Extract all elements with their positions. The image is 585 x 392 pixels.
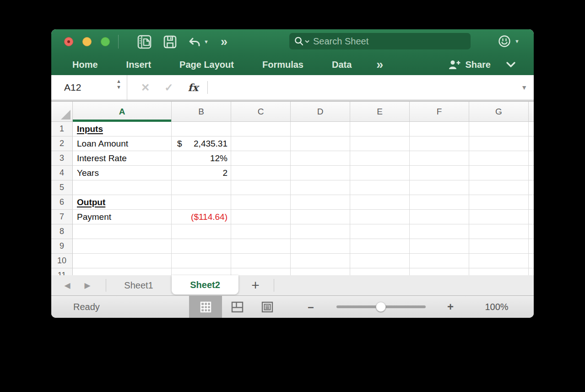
cell-A6[interactable]: Output bbox=[73, 195, 172, 210]
new-workbook-button[interactable] bbox=[137, 35, 152, 49]
cell-C6[interactable] bbox=[231, 195, 291, 210]
ribbon-tab-insert[interactable]: Insert bbox=[126, 60, 151, 70]
cell-C9[interactable] bbox=[231, 239, 291, 254]
zoom-window-button[interactable] bbox=[101, 37, 110, 46]
undo-dropdown-icon[interactable]: ▼ bbox=[204, 39, 209, 44]
cell-E1[interactable] bbox=[350, 122, 410, 136]
zoom-out-button[interactable]: – bbox=[304, 296, 318, 318]
cell-C7[interactable] bbox=[231, 210, 291, 224]
cell-C5[interactable] bbox=[231, 180, 291, 195]
zoom-in-button[interactable]: + bbox=[444, 296, 457, 318]
cell-E9[interactable] bbox=[350, 239, 410, 254]
cell-A2[interactable]: Loan Amount bbox=[73, 136, 172, 151]
row-header-4[interactable]: 4 bbox=[51, 166, 73, 180]
add-sheet-button[interactable]: + bbox=[243, 275, 268, 295]
cell-A11[interactable] bbox=[73, 268, 172, 275]
cell-A9[interactable] bbox=[73, 239, 172, 254]
cell-D6[interactable] bbox=[291, 195, 350, 210]
cell-B6[interactable] bbox=[172, 195, 231, 210]
cell-A10[interactable] bbox=[73, 254, 172, 268]
cell-B10[interactable] bbox=[172, 254, 231, 268]
cancel-entry-button[interactable]: ✕ bbox=[141, 82, 150, 94]
cell-A5[interactable] bbox=[73, 180, 172, 195]
name-box[interactable]: A12 ▲ ▼ bbox=[51, 75, 127, 100]
zoom-slider-thumb[interactable] bbox=[376, 302, 386, 312]
cell-F3[interactable] bbox=[410, 151, 469, 166]
zoom-slider[interactable] bbox=[336, 305, 426, 308]
cell-G2[interactable] bbox=[469, 136, 529, 151]
cell-G9[interactable] bbox=[469, 239, 529, 254]
sheet-tab-sheet2[interactable]: Sheet2 bbox=[172, 275, 238, 294]
cell-C1[interactable] bbox=[231, 122, 291, 136]
cell-G3[interactable] bbox=[469, 151, 529, 166]
cell-F11[interactable] bbox=[410, 268, 469, 275]
cell-D9[interactable] bbox=[291, 239, 350, 254]
ribbon-collapse-button[interactable] bbox=[506, 62, 515, 67]
sheet-tab-sheet1[interactable]: Sheet1 bbox=[106, 275, 172, 295]
cell-B11[interactable] bbox=[172, 268, 231, 275]
cell-B4[interactable]: 2 bbox=[172, 166, 231, 180]
column-header-e[interactable]: E bbox=[350, 102, 410, 122]
column-header-d[interactable]: D bbox=[291, 102, 350, 122]
cell-C10[interactable] bbox=[231, 254, 291, 268]
cell-E4[interactable] bbox=[350, 166, 410, 180]
cell-C4[interactable] bbox=[231, 166, 291, 180]
cell-D11[interactable] bbox=[291, 268, 350, 275]
name-box-stepper[interactable]: ▲ ▼ bbox=[116, 79, 121, 91]
formula-bar-expand-button[interactable]: ▼ bbox=[521, 84, 527, 91]
minimize-button[interactable] bbox=[82, 37, 92, 46]
cell-E2[interactable] bbox=[350, 136, 410, 151]
cell-B2[interactable]: $2,435.31 bbox=[172, 136, 231, 151]
ribbon-more-tabs-button[interactable]: » bbox=[376, 59, 382, 71]
cell-E7[interactable] bbox=[350, 210, 410, 224]
cell-E3[interactable] bbox=[350, 151, 410, 166]
sheet-nav-prev-button[interactable]: ◀ bbox=[61, 275, 73, 295]
cell-D1[interactable] bbox=[291, 122, 350, 136]
cell-F2[interactable] bbox=[410, 136, 469, 151]
ribbon-tab-formulas[interactable]: Formulas bbox=[262, 60, 303, 70]
cell-E10[interactable] bbox=[350, 254, 410, 268]
cell-G10[interactable] bbox=[469, 254, 529, 268]
cell-D5[interactable] bbox=[291, 180, 350, 195]
cell-D7[interactable] bbox=[291, 210, 350, 224]
row-header-6[interactable]: 6 bbox=[51, 195, 73, 210]
search-scope-chevron-icon[interactable] bbox=[305, 40, 309, 43]
row-header-11[interactable]: 11 bbox=[51, 268, 73, 275]
sheet-nav-next-button[interactable]: ▶ bbox=[81, 275, 93, 295]
save-button[interactable] bbox=[163, 35, 177, 49]
cell-F5[interactable] bbox=[410, 180, 469, 195]
view-page-layout-button[interactable] bbox=[222, 296, 252, 318]
toolbar-more-button[interactable]: » bbox=[221, 36, 227, 48]
cell-B5[interactable] bbox=[172, 180, 231, 195]
column-header-c[interactable]: C bbox=[231, 102, 291, 122]
feedback-smiley-button[interactable]: ▼ bbox=[498, 35, 520, 48]
cell-F4[interactable] bbox=[410, 166, 469, 180]
cell-F1[interactable] bbox=[410, 122, 469, 136]
cell-D8[interactable] bbox=[291, 224, 350, 239]
cell-G5[interactable] bbox=[469, 180, 529, 195]
confirm-entry-button[interactable]: ✓ bbox=[164, 82, 173, 94]
cell-B9[interactable] bbox=[172, 239, 231, 254]
cell-D10[interactable] bbox=[291, 254, 350, 268]
cell-B7[interactable]: ($114.64) bbox=[172, 210, 231, 224]
cell-B8[interactable] bbox=[172, 224, 231, 239]
cell-F6[interactable] bbox=[410, 195, 469, 210]
cell-E6[interactable] bbox=[350, 195, 410, 210]
undo-button[interactable]: ▼ bbox=[189, 37, 209, 47]
insert-function-button[interactable]: fx bbox=[188, 82, 199, 93]
cell-F10[interactable] bbox=[410, 254, 469, 268]
view-page-break-button[interactable] bbox=[252, 296, 282, 318]
cell-A4[interactable]: Years bbox=[73, 166, 172, 180]
row-header-8[interactable]: 8 bbox=[51, 224, 73, 239]
row-header-2[interactable]: 2 bbox=[51, 136, 73, 151]
cell-G6[interactable] bbox=[469, 195, 529, 210]
select-all-corner[interactable] bbox=[51, 102, 73, 122]
cell-D3[interactable] bbox=[291, 151, 350, 166]
row-header-10[interactable]: 10 bbox=[51, 254, 73, 268]
cell-C11[interactable] bbox=[231, 268, 291, 275]
row-header-7[interactable]: 7 bbox=[51, 210, 73, 224]
cell-C3[interactable] bbox=[231, 151, 291, 166]
row-header-1[interactable]: 1 bbox=[51, 122, 73, 136]
row-header-5[interactable]: 5 bbox=[51, 180, 73, 195]
cell-G7[interactable] bbox=[469, 210, 529, 224]
